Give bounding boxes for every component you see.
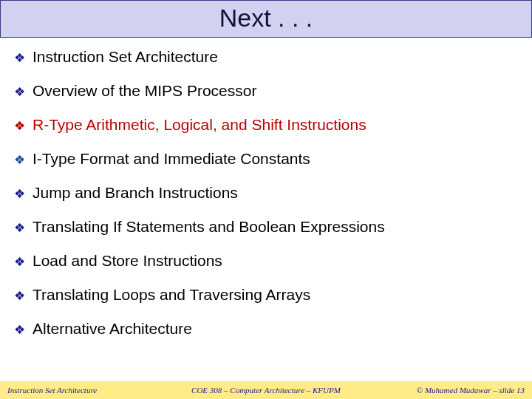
list-item: ❖ R-Type Arithmetic, Logical, and Shift … [12, 116, 520, 134]
slide: Next . . . ❖ Instruction Set Architectur… [0, 0, 532, 399]
list-item-label: Load and Store Instructions [33, 252, 222, 270]
list-item: ❖ Translating Loops and Traversing Array… [12, 286, 520, 304]
list-item-label: R-Type Arithmetic, Logical, and Shift In… [33, 116, 366, 134]
list-item-label: Translating If Statements and Boolean Ex… [33, 218, 385, 236]
list-item: ❖ Instruction Set Architecture [12, 48, 520, 66]
diamond-bullet-icon: ❖ [12, 152, 27, 168]
slide-title: Next . . . [1, 4, 531, 33]
diamond-bullet-icon: ❖ [12, 186, 27, 202]
footer-right: © Muhamed Mudawar – slide 13 [352, 386, 525, 395]
diamond-bullet-icon: ❖ [12, 118, 27, 134]
list-item: ❖ I-Type Format and Immediate Constants [12, 150, 520, 168]
title-bar: Next . . . [0, 0, 532, 38]
diamond-bullet-icon: ❖ [12, 322, 27, 338]
list-item-label: Alternative Architecture [33, 320, 192, 338]
slide-footer: Instruction Set Architecture COE 308 – C… [0, 381, 532, 399]
diamond-bullet-icon: ❖ [12, 50, 27, 66]
diamond-bullet-icon: ❖ [12, 288, 27, 304]
list-item: ❖ Alternative Architecture [12, 320, 520, 338]
diamond-bullet-icon: ❖ [12, 254, 27, 270]
list-item: ❖ Overview of the MIPS Processor [12, 82, 520, 100]
list-item-label: I-Type Format and Immediate Constants [33, 150, 310, 168]
diamond-bullet-icon: ❖ [12, 220, 27, 236]
list-item-label: Translating Loops and Traversing Arrays [33, 286, 310, 304]
list-item-label: Instruction Set Architecture [33, 48, 218, 66]
list-item: ❖ Load and Store Instructions [12, 252, 520, 270]
content-list: ❖ Instruction Set Architecture ❖ Overvie… [0, 38, 532, 399]
diamond-bullet-icon: ❖ [12, 84, 27, 100]
footer-center: COE 308 – Computer Architecture – KFUPM [180, 386, 352, 395]
list-item: ❖ Translating If Statements and Boolean … [12, 218, 520, 236]
list-item: ❖ Jump and Branch Instructions [12, 184, 520, 202]
list-item-label: Jump and Branch Instructions [33, 184, 238, 202]
footer-left: Instruction Set Architecture [7, 386, 180, 395]
list-item-label: Overview of the MIPS Processor [33, 82, 256, 100]
